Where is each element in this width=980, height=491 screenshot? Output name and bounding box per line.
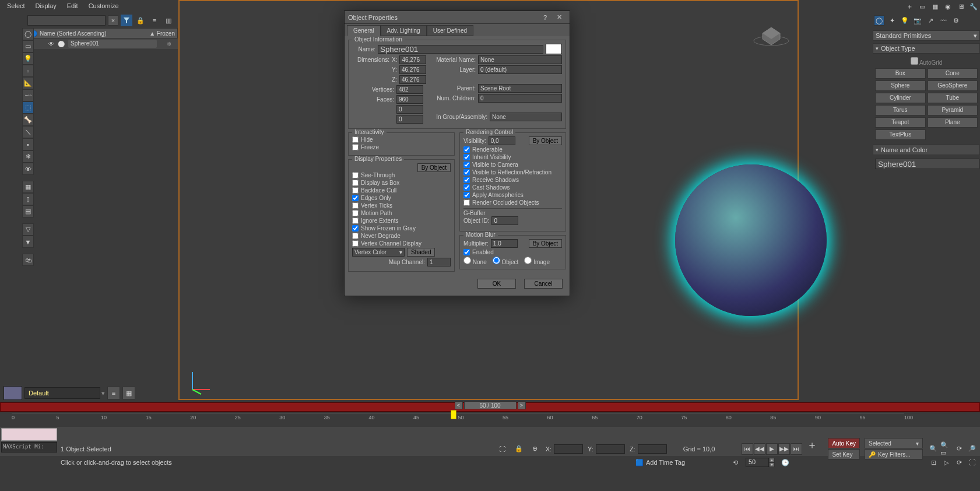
chk-inherit-vis[interactable]: Inherit Visibility xyxy=(463,154,562,160)
time-next[interactable]: > xyxy=(518,401,526,409)
layer-toggle-icon[interactable]: ▦ xyxy=(122,387,135,399)
chk-vertex-ticks[interactable]: Vertex Ticks xyxy=(352,202,451,209)
clear-search-button[interactable]: × xyxy=(108,15,118,26)
scene-tree-row[interactable]: 👁 ⚪ Sphere001 ❄ xyxy=(27,38,178,49)
sphere-object[interactable] xyxy=(675,164,827,316)
chk-apply-atmos[interactable]: Apply Atmospherics xyxy=(463,192,562,198)
time-cursor[interactable] xyxy=(451,410,456,419)
list-icon[interactable]: ≡ xyxy=(149,15,160,26)
btn-sphere[interactable]: Sphere xyxy=(875,80,926,91)
time-slider[interactable]: < 50 / 100 > xyxy=(455,401,526,409)
chk-never-degrade[interactable]: Never Degrade xyxy=(352,233,451,239)
frame-up[interactable]: ▲ xyxy=(769,458,775,462)
next-frame[interactable]: ▶▶ xyxy=(778,443,790,455)
rollout-object-type[interactable]: Object Type xyxy=(873,43,980,54)
plus-icon[interactable]: ＋ xyxy=(904,1,915,12)
multiplier-spinner[interactable]: 1,0 xyxy=(491,239,518,248)
menu-display[interactable]: Display xyxy=(36,2,57,9)
rollout-name-color[interactable]: Name and Color xyxy=(873,145,980,155)
scene-tree-header[interactable]: 🔵 Name (Sorted Ascending) ▲ Frozen xyxy=(27,28,178,38)
goto-start[interactable]: ⏮ xyxy=(742,443,753,455)
colsC-icon[interactable]: ▤ xyxy=(22,205,34,218)
layer-dropdown[interactable]: Default xyxy=(24,387,100,399)
help-button[interactable]: ? xyxy=(538,12,552,23)
btn-pyramid[interactable]: Pyramid xyxy=(928,105,978,115)
y-input[interactable] xyxy=(596,444,625,454)
tab-adv-lighting[interactable]: Adv. Lighting xyxy=(381,25,427,36)
header-frozen[interactable]: ▲ Frozen xyxy=(149,30,175,37)
frame-down[interactable]: ▼ xyxy=(769,462,775,467)
x-input[interactable] xyxy=(554,444,583,454)
helper-icon[interactable]: 〰 xyxy=(22,89,34,101)
key-mode-dropdown[interactable]: Selected▾ xyxy=(865,438,923,448)
viewcube[interactable] xyxy=(751,13,792,48)
spacewarp-cat-icon[interactable]: 〰 xyxy=(938,15,949,26)
color-swatch[interactable] xyxy=(546,44,562,54)
chk-backface[interactable]: Backface Cull xyxy=(352,187,451,194)
category-dropdown[interactable]: Standard Primitives▾ xyxy=(873,30,980,41)
chk-hide[interactable]: Hide xyxy=(352,136,451,143)
time-prev[interactable]: < xyxy=(455,401,463,409)
goto-end[interactable]: ⏭ xyxy=(791,443,802,455)
tab-user-defined[interactable]: User Defined xyxy=(427,25,473,36)
helper-cat-icon[interactable]: ↗ xyxy=(925,15,936,26)
geometry-icon[interactable]: ▭ xyxy=(22,40,34,52)
menu-customize[interactable]: Customize xyxy=(89,2,119,9)
btn-tube[interactable]: Tube xyxy=(928,93,978,103)
by-object-mblur[interactable]: By Object xyxy=(529,239,562,248)
visibility-spinner[interactable]: 0,0 xyxy=(489,136,515,145)
chk-motion-path[interactable]: Motion Path xyxy=(352,210,451,216)
btn-box[interactable]: Box xyxy=(875,68,926,79)
chk-renderable[interactable]: Renderable xyxy=(463,146,562,153)
search-input[interactable] xyxy=(27,15,106,26)
chk-display-box[interactable]: Display as Box xyxy=(352,180,451,186)
ok-button[interactable]: OK xyxy=(477,279,516,289)
container-icon[interactable]: ＼ xyxy=(22,126,34,138)
name-field[interactable] xyxy=(378,45,543,54)
shape-icon[interactable]: ▫ xyxy=(22,65,34,77)
chk-freeze[interactable]: Freeze xyxy=(352,144,451,150)
chk-see-through[interactable]: See-Through xyxy=(352,172,451,178)
sort-icon[interactable]: ▼ xyxy=(22,236,34,248)
row-name[interactable]: Sphere001 xyxy=(68,40,157,48)
key-nav-icon[interactable]: ⟲ xyxy=(729,457,741,468)
btn-teapot[interactable]: Teapot xyxy=(875,117,926,128)
colsA-icon[interactable]: ▦ xyxy=(22,181,34,193)
select-rect-icon[interactable]: ▭ xyxy=(917,1,928,12)
chk-enabled[interactable]: Enabled xyxy=(463,249,562,255)
object-name-input[interactable] xyxy=(875,159,979,169)
zoom-icon[interactable]: 🔍 xyxy=(928,443,939,455)
link-icon[interactable]: ▦ xyxy=(930,1,940,12)
add-time-tag[interactable]: 🟦 Add Time Tag xyxy=(635,459,685,467)
walk-icon[interactable]: ⟳ xyxy=(953,457,965,468)
lock-status-icon[interactable]: 🔒 xyxy=(513,443,525,455)
time-config-icon[interactable]: 🕒 xyxy=(779,457,791,468)
bag-icon[interactable]: 🛍 xyxy=(22,254,34,266)
circle-icon[interactable]: ◉ xyxy=(943,1,953,12)
camera-cat-icon[interactable]: 📷 xyxy=(912,15,923,26)
objid-spinner[interactable]: 0 xyxy=(491,216,518,225)
btn-textplus[interactable]: TextPlus xyxy=(875,129,926,140)
z-input[interactable] xyxy=(638,444,667,454)
lock-icon[interactable]: 🔒 xyxy=(135,15,146,26)
material-swatch[interactable] xyxy=(3,386,22,400)
display-icon[interactable]: 🖥 xyxy=(956,1,966,12)
coord-icon[interactable]: ⊕ xyxy=(529,443,541,455)
eye-icon[interactable]: 👁 xyxy=(22,163,34,175)
funnel-icon[interactable]: ▽ xyxy=(22,223,34,236)
frame-spinner[interactable]: 50 ▲▼ xyxy=(746,458,775,467)
max-icon[interactable]: ⛶ xyxy=(966,457,978,468)
layer-stack-icon[interactable]: ≡ xyxy=(107,387,120,399)
light-icon[interactable]: 💡 xyxy=(22,52,34,65)
play[interactable]: ▶ xyxy=(766,443,778,455)
chk-frozen-gray[interactable]: Show Frozen in Gray xyxy=(352,225,451,232)
zoom-region-icon[interactable]: 🔍▭ xyxy=(940,443,952,455)
spacewarp-icon[interactable]: ⬚ xyxy=(22,101,34,114)
by-object-display[interactable]: By Object xyxy=(417,163,451,172)
vcolor-drop[interactable]: Vertex Color▾ xyxy=(352,248,405,257)
colsB-icon[interactable]: ▯ xyxy=(22,193,34,205)
maxscript-listener[interactable]: MAXScript Mi: xyxy=(1,442,57,453)
by-object-render[interactable]: By Object xyxy=(529,136,562,145)
chk-render-occluded[interactable]: Render Occluded Objects xyxy=(463,199,562,206)
frozen-cell[interactable]: ❄ xyxy=(160,41,178,47)
